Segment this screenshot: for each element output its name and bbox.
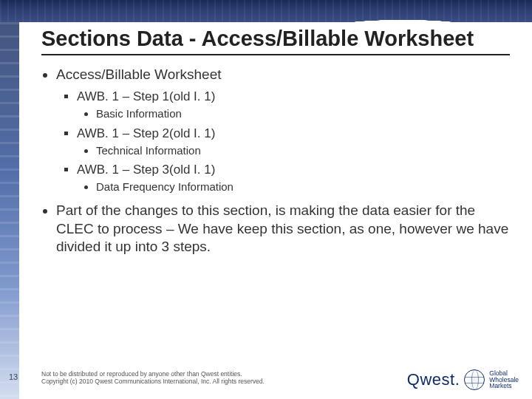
- header-band: [0, 0, 532, 22]
- content-area: Sections Data - Access/Billable Workshee…: [41, 22, 510, 264]
- bullet-step-3-text: AWB. 1 – Step 3(old I. 1): [77, 163, 215, 177]
- qwest-logo: Qwest. Global Wholesale Markets: [407, 369, 519, 390]
- logo-dot: .: [455, 370, 460, 389]
- bullet-sublist-1: AWB. 1 – Step 1(old I. 1) Basic Informat…: [56, 89, 510, 194]
- bullet-step-2-text: AWB. 1 – Step 2(old I. 1): [77, 126, 215, 140]
- bullet-step-1-sublist: Basic Information: [77, 106, 510, 121]
- globe-meridian: [471, 370, 479, 389]
- bullet-step-2-sublist: Technical Information: [77, 143, 510, 158]
- footer: 13 Not to be distributed or reproduced b…: [0, 361, 532, 399]
- left-strip: [0, 22, 19, 399]
- bullet-step-3-sublist: Data Frequency Information: [77, 180, 510, 194]
- bullet-step-2: AWB. 1 – Step 2(old I. 1) Technical Info…: [77, 126, 510, 158]
- legal-text: Not to be distributed or reproduced by a…: [41, 370, 265, 386]
- bullet-main-1-text: Access/Billable Worksheet: [56, 66, 222, 82]
- slide-title: Sections Data - Access/Billable Workshee…: [41, 27, 510, 51]
- bullet-step-1-sub: Basic Information: [96, 106, 510, 121]
- logo-tag-3: Markets: [489, 383, 519, 389]
- bullet-step-2-sub: Technical Information: [96, 143, 510, 158]
- legal-line-1: Not to be distributed or reproduced by a…: [41, 370, 265, 378]
- bullet-main-1: Access/Billable Worksheet AWB. 1 – Step …: [56, 66, 510, 194]
- title-underline: [41, 54, 510, 55]
- header-wave: [0, 10, 532, 22]
- logo-brand: Qwest: [407, 370, 455, 389]
- slide: Sections Data - Access/Billable Workshee…: [0, 0, 532, 399]
- bullet-step-3-sub: Data Frequency Information: [96, 180, 510, 194]
- bullet-step-1: AWB. 1 – Step 1(old I. 1) Basic Informat…: [77, 89, 510, 121]
- bullet-main-2: Part of the changes to this section, is …: [56, 202, 510, 256]
- logo-tagline: Global Wholesale Markets: [489, 370, 519, 390]
- logo-wordmark: Qwest.: [407, 370, 460, 389]
- legal-line-2: Copyright (c) 2010 Qwest Communications …: [41, 378, 265, 386]
- bullet-step-3: AWB. 1 – Step 3(old I. 1) Data Frequency…: [77, 162, 510, 194]
- bullet-step-1-text: AWB. 1 – Step 1(old I. 1): [77, 89, 215, 103]
- bullet-list: Access/Billable Worksheet AWB. 1 – Step …: [41, 66, 510, 256]
- page-number: 13: [9, 372, 18, 381]
- globe-icon: [464, 369, 485, 390]
